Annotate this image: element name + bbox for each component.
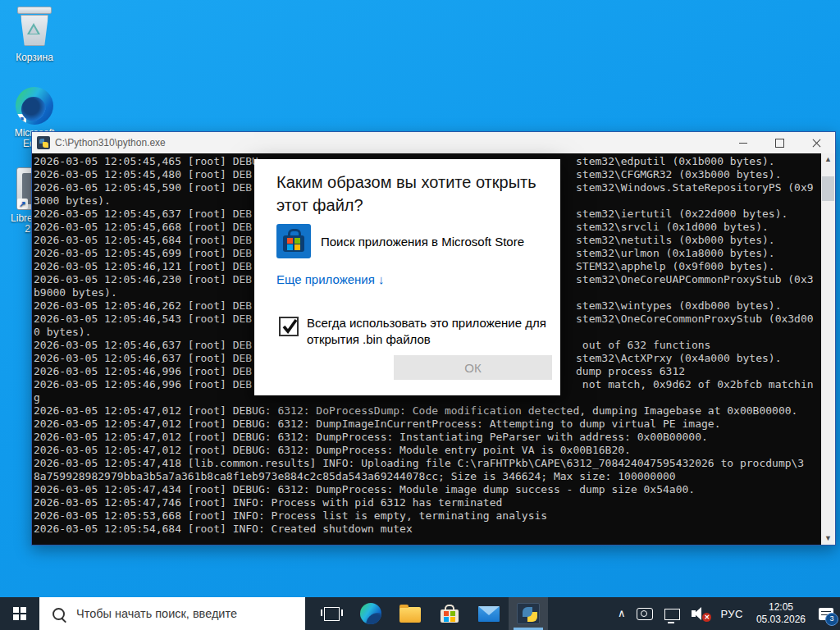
mute-badge-icon: ✕: [702, 613, 711, 622]
minimize-icon: [739, 143, 747, 144]
taskbar-mail-button[interactable]: [469, 597, 509, 630]
console-line: 2026-03-05 12:05:47,012 [root] DEBUG: 63…: [34, 444, 835, 457]
desktop-icon-label: Корзина: [8, 52, 61, 63]
python-console-icon: [37, 136, 50, 149]
close-icon: [812, 139, 821, 148]
console-line: 8a759928982979bba3b5a7a361b8ca8f1eb973e8…: [34, 470, 835, 483]
dialog-title: Каким образом вы хотите открыть этот фай…: [276, 171, 539, 217]
store-option-row[interactable]: Поиск приложения в Microsoft Store: [276, 224, 524, 258]
more-apps-label: Еще приложения: [276, 272, 375, 286]
console-line: 2026-03-05 12:05:47,012 [root] DEBUG: 63…: [34, 418, 835, 431]
task-view-button[interactable]: [312, 597, 351, 630]
mail-icon: [478, 606, 500, 622]
check-icon: [281, 317, 300, 336]
search-icon: [52, 608, 65, 620]
taskbar-search[interactable]: [39, 597, 305, 630]
edge-icon: [360, 603, 381, 624]
open-with-dialog: Каким образом вы хотите открыть этот фай…: [254, 159, 560, 395]
desktop-background: Корзина ↗ Microsoft Edge ↗ LibreOffice 2…: [0, 0, 840, 630]
tray-expand-button[interactable]: ∧: [612, 597, 632, 630]
taskbar-clock[interactable]: 12:05 05.03.2026: [750, 597, 812, 630]
console-titlebar[interactable]: C:\Python310\python.exe: [32, 132, 835, 153]
microsoft-store-icon: [440, 604, 459, 623]
file-explorer-icon: [399, 607, 421, 623]
windows-logo-icon: [13, 607, 26, 620]
scrollbar-thumb[interactable]: [822, 176, 834, 201]
window-title: C:\Python310\python.exe: [55, 137, 724, 148]
store-option-label: Поиск приложения в Microsoft Store: [321, 235, 524, 249]
desktop-icon-recycle-bin[interactable]: Корзина: [8, 7, 61, 63]
start-button[interactable]: [0, 597, 39, 630]
action-center-button[interactable]: 3: [812, 597, 840, 630]
scroll-up-icon[interactable]: ▲: [821, 153, 835, 166]
scroll-down-icon[interactable]: ▼: [821, 532, 835, 545]
console-line: 2026-03-05 12:05:47,012 [root] DEBUG: 63…: [34, 404, 835, 418]
always-use-checkbox[interactable]: [279, 317, 299, 336]
shortcut-arrow-icon: ↗: [16, 114, 26, 125]
clock-date: 05.03.2026: [756, 614, 806, 626]
network-icon: [664, 609, 680, 620]
console-line: 2026-03-05 12:05:47,418 [lib.common.resu…: [34, 457, 835, 470]
console-line: 2026-03-05 12:05:54,684 [root] INFO: Cre…: [34, 523, 835, 536]
taskbar-explorer-button[interactable]: [390, 597, 430, 630]
ok-button[interactable]: ОК: [394, 355, 552, 380]
notification-badge: 3: [825, 613, 838, 626]
recycle-bin-icon: [16, 7, 52, 49]
shortcut-arrow-icon: ↗: [17, 199, 28, 209]
tray-volume[interactable]: ✕: [686, 597, 714, 630]
taskbar-python-console-button[interactable]: [509, 597, 548, 630]
taskbar: ∧ ✕ РУС 12:05 05.03.2026: [0, 597, 840, 630]
more-apps-link[interactable]: Еще приложения ↓: [276, 272, 384, 286]
maximize-button[interactable]: [761, 132, 798, 153]
always-use-label: Всегда использовать это приложение для о…: [307, 315, 550, 348]
close-button[interactable]: [798, 132, 835, 153]
taskbar-store-button[interactable]: [430, 597, 469, 630]
volume-muted-icon: ✕: [692, 607, 708, 620]
edge-icon: ↗: [16, 87, 53, 125]
console-line: 2026-03-05 12:05:47,746 [root] INFO: Pro…: [34, 496, 835, 509]
language-indicator[interactable]: РУС: [714, 597, 750, 630]
minimize-button[interactable]: [724, 132, 761, 153]
meet-now-icon: [637, 608, 653, 620]
console-line: 2026-03-05 12:05:47,012 [root] DEBUG: 63…: [34, 431, 835, 444]
tray-meet-now[interactable]: [631, 597, 659, 630]
task-view-icon: [324, 607, 340, 621]
chevron-up-icon: ∧: [618, 597, 626, 630]
console-line: 2026-03-05 12:05:53,668 [root] INFO: Pro…: [34, 509, 835, 523]
clock-time: 12:05: [756, 601, 806, 614]
search-input[interactable]: [75, 606, 299, 621]
taskbar-edge-button[interactable]: [351, 597, 390, 630]
maximize-icon: [775, 139, 784, 148]
tray-network[interactable]: [659, 597, 686, 630]
arrow-down-icon: ↓: [378, 272, 385, 286]
console-line: 2026-03-05 12:05:47,434 [root] DEBUG: 63…: [34, 483, 835, 496]
console-scrollbar[interactable]: ▲ ▼: [821, 153, 835, 545]
microsoft-store-icon: [276, 224, 311, 258]
python-console-icon: [517, 603, 540, 624]
